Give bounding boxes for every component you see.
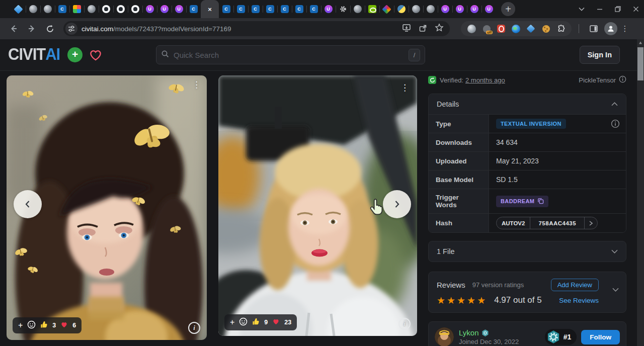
civitai-favicon: C <box>295 5 303 13</box>
pinned-tab[interactable] <box>99 0 113 18</box>
heart-reaction-icon[interactable] <box>272 318 280 327</box>
pinned-tab[interactable]: U <box>321 0 336 18</box>
pinned-tab[interactable]: C <box>248 0 263 18</box>
creator-name[interactable]: Lykon <box>459 328 478 337</box>
pinned-tab[interactable] <box>69 0 84 18</box>
heart-reaction-icon[interactable] <box>60 321 68 330</box>
tab-close-icon[interactable]: × <box>208 6 212 13</box>
pinned-tab[interactable]: C <box>306 0 321 18</box>
add-reaction-button[interactable]: + <box>18 321 23 330</box>
add-review-button[interactable]: Add Review <box>551 279 599 291</box>
thumbs-up-icon[interactable] <box>40 321 48 330</box>
pinned-tab[interactable]: U <box>452 0 467 18</box>
extension-gem-icon[interactable] <box>527 25 535 33</box>
trigger-word-badge[interactable]: BADDREAM <box>496 196 548 207</box>
forward-icon[interactable] <box>24 21 39 36</box>
pinned-tab[interactable]: C <box>55 0 69 18</box>
create-button[interactable]: + <box>67 47 83 62</box>
pinned-tab[interactable] <box>379 0 394 18</box>
pinned-tab[interactable]: U <box>142 0 157 18</box>
pinned-tab[interactable]: C <box>263 0 277 18</box>
pinned-tab[interactable]: C <box>233 0 248 18</box>
site-settings-icon[interactable] <box>65 23 77 35</box>
creator-avatar[interactable] <box>435 327 454 346</box>
extension-globe-icon[interactable] <box>467 25 476 33</box>
tab-search-chevron-icon[interactable] <box>579 7 585 11</box>
image-menu-icon[interactable]: ⋮ <box>397 80 412 95</box>
pinned-tab[interactable] <box>394 0 409 18</box>
browser-menu-icon[interactable]: ⋮ <box>620 24 629 33</box>
pinned-tab[interactable] <box>128 0 142 18</box>
hash-expand-chevron-icon[interactable] <box>584 217 597 229</box>
pinned-tab[interactable]: U <box>438 0 452 18</box>
files-accordion[interactable]: 1 File <box>428 241 626 262</box>
close-window-icon[interactable] <box>633 6 639 12</box>
pinned-tab[interactable]: C <box>292 0 306 18</box>
details-accordion-header[interactable]: Details <box>429 94 626 114</box>
sign-in-button[interactable]: Sign In <box>580 46 620 64</box>
extension-fire-off-icon[interactable] <box>483 25 491 33</box>
pinned-tab[interactable]: U <box>467 0 481 18</box>
pinned-tab[interactable] <box>350 0 365 18</box>
pinned-tab[interactable]: U <box>481 0 496 18</box>
reload-icon[interactable] <box>42 21 57 36</box>
info-icon[interactable] <box>611 119 620 128</box>
side-panel-icon[interactable] <box>586 21 601 36</box>
pinned-tab[interactable]: C <box>219 0 233 18</box>
carousel-next-button[interactable] <box>383 190 411 218</box>
add-reaction-button[interactable]: + <box>230 318 234 327</box>
civitai-logo[interactable]: CIVITAI <box>8 45 60 64</box>
follow-button[interactable]: Follow <box>581 330 620 344</box>
bookmark-star-icon[interactable] <box>435 23 444 34</box>
hash-pill[interactable]: AUTOV2758AAC4435 <box>496 217 598 229</box>
extension-cookie-icon[interactable] <box>542 25 550 33</box>
smiley-icon[interactable] <box>27 320 36 331</box>
pinned-tab[interactable] <box>365 0 379 18</box>
quick-search[interactable]: / <box>156 45 425 64</box>
pinned-tab[interactable] <box>84 0 99 18</box>
active-tab[interactable]: × <box>201 0 219 18</box>
reactions-bar: + 3 6 <box>13 317 82 333</box>
pinned-tab[interactable] <box>423 0 438 18</box>
details-title: Details <box>437 100 459 108</box>
restore-icon[interactable] <box>615 6 621 12</box>
pinned-tab[interactable] <box>113 0 128 18</box>
thumbs-up-icon[interactable] <box>252 318 260 327</box>
pinned-tab[interactable]: C <box>277 0 292 18</box>
page-scrollbar[interactable] <box>637 39 644 346</box>
share-icon[interactable] <box>419 24 427 34</box>
pinned-tab[interactable]: U <box>157 0 172 18</box>
chevron-down-icon[interactable] <box>612 288 619 292</box>
pinned-tab[interactable] <box>40 0 55 18</box>
browser-profile-avatar[interactable] <box>604 22 617 35</box>
extension-earth-icon[interactable] <box>512 25 520 33</box>
scrollbar-up-arrow[interactable] <box>638 41 642 45</box>
install-app-icon[interactable] <box>402 23 411 34</box>
pinned-tab[interactable]: C <box>186 0 201 18</box>
address-bar[interactable]: civitai.com/models/72437?modelVersionId=… <box>63 21 450 36</box>
copy-icon[interactable] <box>537 198 544 205</box>
see-reviews-link[interactable]: See Reviews <box>559 297 599 304</box>
pinned-tab[interactable]: U <box>172 0 186 18</box>
back-icon[interactable] <box>6 21 21 36</box>
image-info-icon[interactable]: i <box>188 322 200 334</box>
new-tab-button[interactable]: + <box>501 2 515 16</box>
pinned-tab[interactable] <box>26 0 40 18</box>
image-info-icon[interactable]: i <box>398 318 411 330</box>
extension-red-icon[interactable] <box>497 25 505 33</box>
search-input[interactable] <box>169 51 409 59</box>
carousel-prev-button[interactable] <box>14 190 42 218</box>
verified-time-link[interactable]: 2 months ago <box>465 76 505 84</box>
pinned-tab[interactable] <box>11 0 26 18</box>
pinned-tab[interactable] <box>409 0 423 18</box>
details-row-label: Base Model <box>429 170 489 189</box>
image-menu-icon[interactable]: ⋮ <box>189 77 204 92</box>
extensions-puzzle-icon[interactable] <box>556 24 566 33</box>
support-heart-icon[interactable] <box>89 48 103 61</box>
pinned-tab[interactable] <box>336 0 350 18</box>
minimize-icon[interactable] <box>597 6 603 12</box>
scrollbar-thumb[interactable] <box>637 47 643 80</box>
format-info-icon[interactable] <box>619 75 626 84</box>
smiley-icon[interactable] <box>239 317 248 328</box>
type-badge[interactable]: TEXTUAL INVERSION <box>496 119 566 129</box>
